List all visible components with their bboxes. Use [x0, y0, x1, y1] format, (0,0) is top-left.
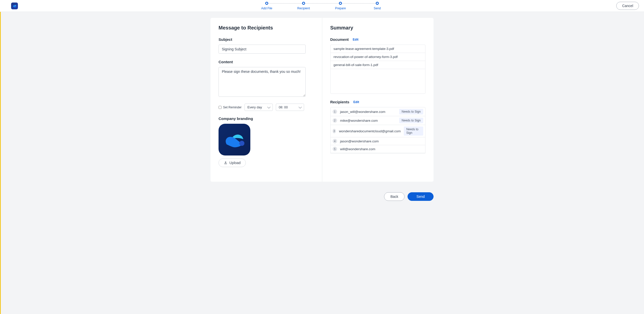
- document-section-label: Document: [330, 37, 349, 42]
- cancel-button[interactable]: Cancel: [616, 2, 639, 10]
- summary-panel: Summary Document Edit sample-lease-agree…: [322, 18, 434, 182]
- progress-stepper: Add File Recipient Prepare Send: [248, 2, 396, 10]
- recipients-list: 1 jason_will@wondershare.com Needs to Si…: [330, 107, 426, 154]
- recipient-email: jason_will@wondershare.com: [340, 110, 386, 114]
- set-reminder-label: Set Reminder: [223, 106, 241, 109]
- recipient-number: 3: [333, 129, 336, 133]
- svg-point-0: [16, 6, 17, 7]
- recipient-row: 2 mike@wondershare.com Needs to Sign: [331, 116, 425, 125]
- footer-actions: Back Send: [210, 192, 434, 201]
- svg-point-1: [239, 141, 244, 146]
- cloud-icon: [223, 131, 246, 148]
- send-button[interactable]: Send: [408, 192, 434, 201]
- document-row: sample-lease-agreement-template-3.pdf: [331, 45, 425, 53]
- summary-panel-title: Summary: [330, 25, 426, 31]
- recipient-number: 4: [333, 139, 337, 143]
- header: Add File Recipient Prepare Send Cancel: [0, 0, 644, 12]
- recipient-status-badge: Needs to Sign: [399, 109, 423, 114]
- reminder-checkbox-input[interactable]: [219, 106, 222, 109]
- recipient-row: 5 will@wondershare.com: [331, 145, 425, 153]
- main-card: Message to Recipients Subject Content Se…: [210, 18, 434, 182]
- step-dot-icon: [376, 2, 379, 5]
- recipient-email: wondersharedocumentcloud@gmail.com: [339, 129, 401, 133]
- recipient-number: 2: [333, 118, 337, 123]
- step-prepare[interactable]: Prepare: [322, 2, 359, 10]
- content-textarea[interactable]: [219, 67, 306, 97]
- document-list: sample-lease-agreement-template-3.pdf re…: [330, 45, 426, 94]
- app-logo: [11, 3, 18, 9]
- branding-label: Company branding: [219, 116, 314, 121]
- recipient-row: 1 jason_will@wondershare.com Needs to Si…: [331, 107, 425, 116]
- set-reminder-checkbox[interactable]: Set Reminder: [219, 106, 241, 109]
- step-dot-icon: [302, 2, 305, 5]
- upload-icon: [224, 161, 227, 165]
- reminder-time-select[interactable]: 08: 00: [276, 104, 304, 111]
- recipient-row: 3 wondersharedocumentcloud@gmail.com Nee…: [331, 125, 425, 137]
- subject-input[interactable]: [219, 45, 306, 54]
- branding-image: [219, 124, 250, 155]
- recipient-row: 4 jason@wondershare.com: [331, 137, 425, 145]
- upload-button[interactable]: Upload: [219, 159, 246, 167]
- recipient-email: jason@wondershare.com: [340, 139, 379, 143]
- step-recipient[interactable]: Recipient: [285, 2, 322, 10]
- recipient-status-badge: Needs to Sign: [399, 118, 423, 123]
- edit-documents-link[interactable]: Edit: [353, 38, 359, 41]
- step-send[interactable]: Send: [359, 2, 396, 10]
- subject-label: Subject: [219, 37, 314, 42]
- edit-recipients-link[interactable]: Edit: [353, 100, 359, 104]
- step-add-file[interactable]: Add File: [248, 2, 285, 10]
- recipient-email: mike@wondershare.com: [340, 119, 378, 122]
- recipient-number: 5: [333, 147, 337, 151]
- message-panel-title: Message to Recipients: [219, 25, 314, 31]
- back-button[interactable]: Back: [384, 192, 405, 201]
- recipient-status-badge: Needs to Sign: [404, 127, 423, 136]
- reminder-frequency-select[interactable]: Every day: [245, 104, 273, 111]
- document-row: general-bill-of-sale-form-1.pdf: [331, 61, 425, 69]
- message-panel: Message to Recipients Subject Content Se…: [210, 18, 322, 182]
- document-row: revocation-of-power-of-attorney-form-3.p…: [331, 53, 425, 61]
- content-label: Content: [219, 60, 314, 64]
- recipients-section-label: Recipients: [330, 100, 350, 104]
- cloud-icon: [12, 4, 17, 8]
- step-dot-icon: [339, 2, 342, 5]
- recipient-number: 1: [333, 109, 337, 114]
- step-dot-icon: [265, 2, 268, 5]
- recipient-email: will@wondershare.com: [340, 147, 375, 151]
